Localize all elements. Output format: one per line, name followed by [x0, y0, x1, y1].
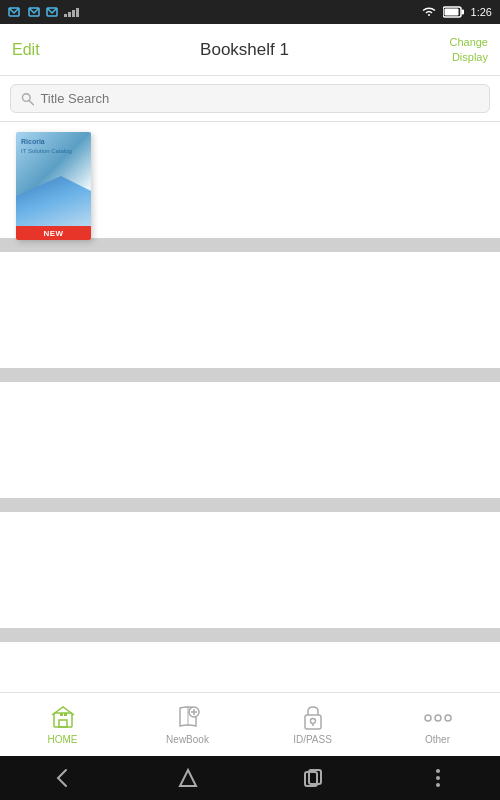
shelf-row-5	[0, 642, 500, 692]
svg-rect-5	[72, 10, 75, 17]
home-icon	[49, 704, 77, 732]
shelf-row-2	[0, 252, 500, 382]
other-label: Other	[425, 734, 450, 745]
nav-item-home[interactable]: HOME	[0, 698, 125, 751]
time-display: 1:26	[471, 6, 492, 18]
svg-rect-15	[64, 713, 67, 716]
notification-icon	[8, 6, 24, 18]
page-title: Bookshelf 1	[200, 40, 289, 60]
book-item[interactable]: Ricoria IT Solution Catalog NEW	[16, 132, 91, 240]
search-input-wrap[interactable]	[10, 84, 490, 113]
back-button[interactable]	[43, 758, 83, 798]
android-bar	[0, 756, 500, 800]
svg-point-28	[436, 769, 440, 773]
book-logo: Ricoria	[21, 138, 86, 146]
status-left-icons	[8, 6, 82, 18]
nav-item-newbook[interactable]: NewBook	[125, 698, 250, 751]
main-content: Ricoria IT Solution Catalog NEW	[0, 122, 500, 692]
book-cover: Ricoria IT Solution Catalog NEW	[16, 132, 91, 240]
svg-rect-6	[76, 8, 79, 17]
shelf-row-3	[0, 382, 500, 512]
mail-icon	[46, 6, 60, 18]
newbook-icon	[174, 704, 202, 732]
nav-item-other[interactable]: Other	[375, 698, 500, 751]
svg-point-25	[445, 715, 451, 721]
new-badge-bar: NEW	[16, 226, 91, 240]
svg-line-11	[29, 100, 33, 104]
shelf-row-4	[0, 512, 500, 642]
svg-rect-8	[461, 10, 464, 15]
wifi-icon	[421, 6, 437, 18]
svg-rect-4	[68, 12, 71, 17]
nav-item-idpass[interactable]: ID/PASS	[250, 698, 375, 751]
status-right-icons: 1:26	[421, 6, 492, 18]
signal-icon	[64, 7, 82, 17]
search-icon	[21, 92, 34, 106]
book-subtitle: IT Solution Catalog	[21, 148, 86, 156]
change-display-button[interactable]: Change Display	[449, 35, 488, 64]
svg-point-24	[435, 715, 441, 721]
shelf-row-1: Ricoria IT Solution Catalog NEW	[0, 122, 500, 252]
svg-point-30	[436, 783, 440, 787]
status-bar: 1:26	[0, 0, 500, 24]
newbook-label: NewBook	[166, 734, 209, 745]
svg-point-29	[436, 776, 440, 780]
svg-rect-20	[305, 715, 321, 729]
top-bar: Edit Bookshelf 1 Change Display	[0, 24, 500, 76]
new-badge: NEW	[43, 229, 63, 238]
svg-rect-14	[60, 713, 63, 716]
svg-rect-3	[64, 14, 67, 17]
svg-rect-13	[59, 720, 67, 727]
svg-point-21	[310, 719, 315, 724]
svg-rect-9	[444, 9, 458, 16]
other-icon	[424, 704, 452, 732]
svg-point-23	[425, 715, 431, 721]
bottom-nav: HOME NewBook ID/PASS	[0, 692, 500, 756]
idpass-label: ID/PASS	[293, 734, 332, 745]
search-bar	[0, 76, 500, 122]
home-label: HOME	[48, 734, 78, 745]
battery-icon	[443, 6, 465, 18]
recents-button[interactable]	[293, 758, 333, 798]
check-icon	[28, 6, 42, 18]
edit-button[interactable]: Edit	[12, 41, 40, 59]
idpass-icon	[299, 704, 327, 732]
book-graphic	[16, 176, 91, 226]
home-button[interactable]	[168, 758, 208, 798]
search-input[interactable]	[40, 91, 479, 106]
menu-button[interactable]	[418, 758, 458, 798]
